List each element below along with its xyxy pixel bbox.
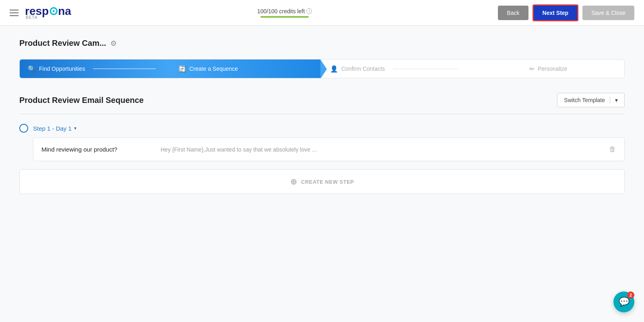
chevron-down-icon: ▾ xyxy=(615,97,618,103)
header: resp⊙na BETA 100/100 credits left i Back… xyxy=(0,0,644,26)
step-personalize-label: Personalize xyxy=(538,66,567,72)
main-content: Product Review Cam... ⚙ 🔍 Find Opportuni… xyxy=(0,26,644,322)
credits-info-icon[interactable]: i xyxy=(306,8,312,14)
save-close-button[interactable]: Save & Close xyxy=(582,6,634,20)
header-center: 100/100 credits left i xyxy=(257,8,312,18)
sequence-title: Product Review Email Sequence xyxy=(19,96,144,105)
email-subject: Mind reviewing our product? xyxy=(41,146,154,153)
email-card[interactable]: Mind reviewing our product? Hey {First N… xyxy=(33,137,625,161)
step-1-text: Step 1 - Day 1 xyxy=(33,125,72,132)
header-left: resp⊙na BETA xyxy=(10,6,71,20)
step-1-chevron-icon: ▾ xyxy=(74,125,76,131)
step-divider-3 xyxy=(393,69,458,69)
header-right: Back Next Step Save & Close xyxy=(498,4,634,21)
chat-bubble[interactable]: 💬 2 xyxy=(613,291,634,312)
switch-template-label: Switch Template xyxy=(564,97,605,103)
step-sequence-label: Create a Sequence xyxy=(190,66,238,72)
logo: resp⊙na BETA xyxy=(25,6,71,20)
section-divider xyxy=(19,114,625,114)
email-preview: Hey {First Name},Just wanted to say that… xyxy=(161,146,604,153)
step-contacts-label: Confirm Contacts xyxy=(341,66,385,72)
chat-icon: 💬 xyxy=(619,297,630,307)
step-create-sequence[interactable]: 🔄 Create a Sequence xyxy=(170,59,321,78)
create-new-step-button[interactable]: ⊕ CREATE NEW STEP xyxy=(19,169,625,194)
create-new-step-label: CREATE NEW STEP xyxy=(301,179,354,185)
chat-badge: 2 xyxy=(627,291,634,299)
next-step-button[interactable]: Next Step xyxy=(533,4,579,21)
step-find-label: Find Opportunities xyxy=(39,66,85,72)
step-divider-1 xyxy=(93,68,155,69)
steps-breadcrumb: 🔍 Find Opportunities 🔄 Create a Sequence… xyxy=(19,59,625,78)
switch-divider xyxy=(610,96,610,104)
back-button[interactable]: Back xyxy=(498,6,528,20)
step-1-circle[interactable] xyxy=(19,124,28,133)
hamburger-menu[interactable] xyxy=(10,10,19,16)
gear-icon[interactable]: ⚙ xyxy=(110,39,117,48)
contacts-icon: 👤 xyxy=(330,65,338,73)
sequence-header: Product Review Email Sequence Switch Tem… xyxy=(19,93,625,107)
credits-bar xyxy=(260,16,309,18)
step-personalize[interactable]: ✏ Personalize xyxy=(473,59,625,78)
step-1-row: Step 1 - Day 1 ▾ xyxy=(19,124,625,133)
credits-text: 100/100 credits left i xyxy=(257,8,312,14)
delete-icon[interactable]: 🗑 xyxy=(609,145,616,154)
campaign-title: Product Review Cam... xyxy=(19,39,106,48)
step-confirm-contacts[interactable]: 👤 Confirm Contacts xyxy=(320,59,473,78)
personalize-icon: ✏ xyxy=(529,65,535,73)
logo-beta: BETA xyxy=(26,15,37,20)
campaign-title-row: Product Review Cam... ⚙ xyxy=(19,39,625,48)
search-icon: 🔍 xyxy=(28,65,36,73)
logo-o-icon: ⊙ xyxy=(49,5,58,17)
plus-circle-icon: ⊕ xyxy=(290,177,297,187)
credits-bar-fill xyxy=(260,16,309,18)
credits-value: 100/100 credits left xyxy=(257,8,305,14)
step-1-label[interactable]: Step 1 - Day 1 ▾ xyxy=(33,125,76,132)
switch-template-button[interactable]: Switch Template ▾ xyxy=(557,93,625,107)
step-find-opportunities[interactable]: 🔍 Find Opportunities xyxy=(20,59,170,78)
logo-text-post: na xyxy=(58,5,71,17)
sequence-icon: 🔄 xyxy=(178,65,186,73)
